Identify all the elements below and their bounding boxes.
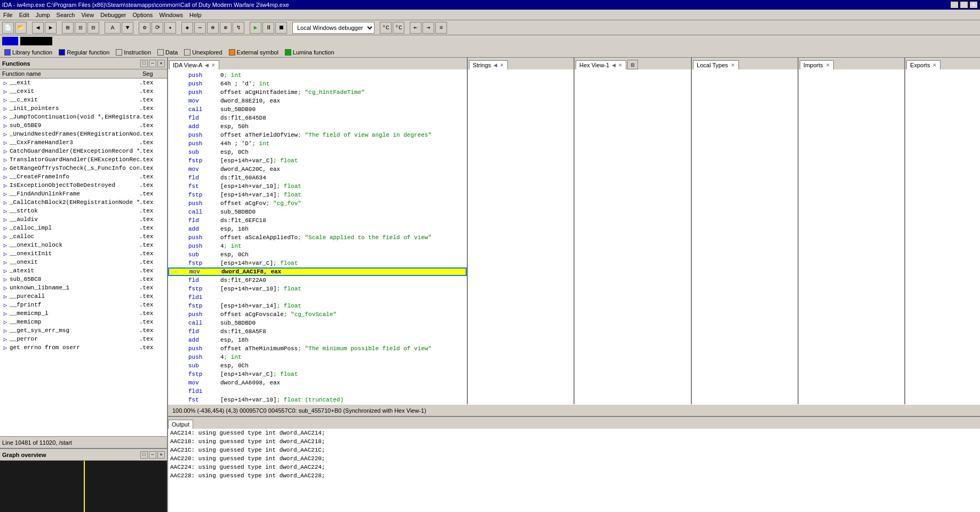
exports-tab-close[interactable]: ✕ — [933, 62, 937, 68]
tb-btn-12[interactable]: ⊗ — [220, 22, 232, 34]
asm-line[interactable]: fstp [esp+14h+var_14] ; float — [168, 302, 467, 310]
tb-btn-10[interactable]: ⋯ — [194, 22, 206, 34]
asm-line[interactable]: mov dword_AAC20C, eax — [168, 165, 467, 174]
strings-tab[interactable]: Strings ◀ ✕ — [469, 60, 508, 69]
asm-line[interactable]: add esp, 18h — [168, 336, 467, 344]
asm-line[interactable]: fld ds:flt_68A5F8 — [168, 327, 467, 336]
tb-btn-13[interactable]: ↯ — [233, 22, 244, 34]
asm-line[interactable]: → mov dword_AAC1F8, eax — [168, 267, 467, 276]
exports-tab[interactable]: Exports ✕ — [906, 60, 941, 69]
graph-config[interactable]: ─ — [149, 451, 156, 459]
function-list-item[interactable]: ▷ __cexit .tex — [0, 87, 167, 96]
open-button[interactable]: 📂 — [15, 22, 27, 34]
function-list-item[interactable]: ▷ CatchGuardHandler(EHExceptionRecord *,… — [0, 147, 167, 155]
imports-content[interactable] — [799, 69, 904, 404]
menu-jump[interactable]: Jump — [33, 11, 53, 19]
new-button[interactable]: 📄 — [2, 22, 14, 34]
menu-file[interactable]: File — [0, 11, 16, 19]
tb-btn-6[interactable]: ⚙ — [139, 22, 150, 34]
asm-line[interactable]: fst [esp+14h+var_10] ; float — [168, 182, 467, 191]
asm-line[interactable]: mov dword_88E210, eax — [168, 97, 467, 105]
asm-line[interactable]: fld ds:flt_60A634 — [168, 174, 467, 182]
function-list-item[interactable]: ▷ _calloc_impl .tex — [0, 224, 167, 232]
asm-line[interactable]: push 64h ; 'd' ; int — [168, 80, 467, 88]
function-list-item[interactable]: ▷ _JumpToContinuation(void *,EHRegistrat… — [0, 113, 167, 121]
function-list-item[interactable]: ▷ sub_65BC8 .tex — [0, 275, 167, 283]
function-list-item[interactable]: ▷ sub_65BE9 .tex — [0, 121, 167, 130]
local-types-tab-close[interactable]: ✕ — [731, 62, 735, 68]
graph-overview-canvas[interactable] — [0, 461, 167, 512]
stop-button[interactable]: ⏹ — [275, 22, 287, 34]
output-tab[interactable]: Output — [168, 420, 193, 429]
local-types-tab[interactable]: Local Types ✕ — [693, 60, 739, 69]
hex-view-tab[interactable]: Hex View-1 ◀ ✕ — [576, 60, 626, 69]
tb-arr2[interactable]: ⇥ — [423, 22, 434, 34]
imports-tab[interactable]: Imports ✕ — [800, 60, 834, 69]
asm-line[interactable]: fstp [esp+14h+var_C] ; float — [168, 370, 467, 379]
function-list-item[interactable]: ▷ get errno from oserr .tex — [0, 343, 167, 352]
function-list-item[interactable]: ▷ __exit .tex — [0, 78, 167, 87]
asm-line[interactable]: push 44h ; 'D' ; int — [168, 139, 467, 148]
function-list-item[interactable]: ▷ __strtok .tex — [0, 207, 167, 215]
tb-btn-9[interactable]: ◈ — [181, 22, 193, 34]
function-list-item[interactable]: ▷ __get_sys_err_msg .tex — [0, 326, 167, 335]
imports-tab-close[interactable]: ✕ — [826, 62, 830, 68]
asm-line[interactable]: push offset aTheMinimumPoss ; "The minim… — [168, 344, 467, 353]
function-list-item[interactable]: ▷ _UnwindNestedFrames(EHRegistrationNode… — [0, 130, 167, 138]
asm-line[interactable]: fld1 — [168, 293, 467, 302]
function-list-item[interactable]: ▷ __memicmp .tex — [0, 318, 167, 326]
exports-content[interactable] — [905, 69, 980, 404]
function-list[interactable]: ▷ __exit .tex ▷ __cexit .tex ▷ __c_exit … — [0, 78, 167, 436]
menu-options[interactable]: Options — [129, 11, 156, 19]
tb-btn-11[interactable]: ⊕ — [207, 22, 219, 34]
maximize-button[interactable]: □ — [960, 1, 968, 9]
close-button[interactable]: ✕ — [969, 1, 978, 9]
menu-edit[interactable]: Edit — [16, 11, 33, 19]
tb-btn-8[interactable]: ✦ — [164, 22, 176, 34]
functions-panel-config[interactable]: ─ — [149, 60, 156, 67]
menu-view[interactable]: View — [78, 11, 97, 19]
functions-panel-undock[interactable]: □ — [140, 60, 148, 67]
function-list-item[interactable]: ▷ unknown_libname_1 .tex — [0, 283, 167, 292]
functions-panel-close[interactable]: ✕ — [157, 60, 165, 67]
asm-line[interactable]: push 0 ; int — [168, 71, 467, 80]
asm-line[interactable]: sub esp, 0Ch — [168, 148, 467, 156]
tb-btn-1[interactable]: ⊞ — [62, 22, 74, 34]
graph-undock[interactable]: □ — [140, 451, 148, 459]
legend-unexplored[interactable]: Unexplored — [184, 49, 222, 56]
asm-line[interactable]: push offset aCgFov ; "cg_fov" — [168, 199, 467, 208]
debugger-dropdown[interactable]: Local Windows debugger — [292, 22, 375, 34]
asm-line[interactable]: fstp [esp+14h+var_C] ; float — [168, 259, 467, 267]
asm-line[interactable]: fstp [esp+14h+var_14] ; float — [168, 191, 467, 199]
tb-btn-5[interactable]: ▼ — [122, 22, 133, 34]
strings-tab-close[interactable]: ✕ — [500, 62, 504, 68]
hex-view-content[interactable] — [575, 69, 691, 404]
function-list-item[interactable]: ▷ __purecall .tex — [0, 292, 167, 301]
local-types-content[interactable] — [692, 69, 798, 404]
function-list-item[interactable]: ▷ __FindAndUnlinkFrame .tex — [0, 190, 167, 198]
function-list-item[interactable]: ▷ __onexit_nolock .tex — [0, 241, 167, 249]
asm-line[interactable]: sub esp, 0Ch — [168, 361, 467, 370]
function-list-item[interactable]: ▷ __onexit .tex — [0, 258, 167, 266]
function-list-item[interactable]: ▷ __CxxFrameHandler3 .tex — [0, 138, 167, 147]
legend-lumina[interactable]: Lumina function — [285, 49, 334, 56]
function-list-item[interactable]: ▷ GetRangeOfTrysToCheck(_s_FuncInfo cons… — [0, 164, 167, 172]
tb-btn-7[interactable]: ⟳ — [152, 22, 163, 34]
tb-btn-3[interactable]: ⊟ — [87, 22, 99, 34]
back-button[interactable]: ◀ — [32, 22, 44, 34]
ida-view-content[interactable]: push offset aCgWeaponHintsc ; "cg_weapon… — [168, 69, 467, 404]
legend-instruction[interactable]: Instruction — [116, 49, 151, 56]
asm-line[interactable]: fstp [esp+14h+var_10] ; float — [168, 285, 467, 293]
function-list-item[interactable]: ▷ IsExceptionObjectToBeDestroyed .tex — [0, 181, 167, 190]
asm-line[interactable]: call sub_5BDBD0 — [168, 208, 467, 216]
function-list-item[interactable]: ▷ _init_pointers .tex — [0, 104, 167, 113]
menu-help[interactable]: Help — [186, 11, 205, 19]
legend-regular-function[interactable]: Regular function — [59, 49, 109, 56]
function-list-item[interactable]: ▷ __onexitInit .tex — [0, 249, 167, 258]
run-button[interactable]: ▶ — [250, 22, 261, 34]
asm-line[interactable]: mov dword_AA6098, eax — [168, 379, 467, 387]
legend-data[interactable]: Data — [157, 49, 178, 56]
pause-button[interactable]: ⏸ — [262, 22, 274, 34]
asm-line[interactable]: fld ds:flt_6845D8 — [168, 114, 467, 122]
asm-line[interactable]: push offset aTheFieldOfView ; "The field… — [168, 131, 467, 139]
